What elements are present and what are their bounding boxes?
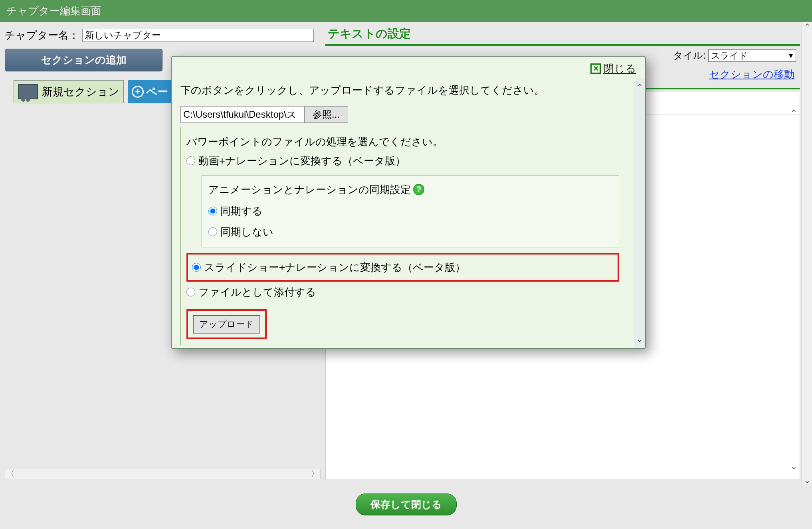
radio-sync-no[interactable]: 同期しない <box>208 221 612 242</box>
text-settings-header: テキストの設定 <box>325 22 800 46</box>
radio-opt1-input[interactable] <box>186 156 195 165</box>
radio-sync-yes[interactable]: 同期する <box>208 201 612 221</box>
scroll-down-icon[interactable]: ⌄ <box>790 461 797 472</box>
close-link[interactable]: 閉じる <box>603 61 636 76</box>
radio-attach-file[interactable]: ファイルとして添付する <box>186 282 619 302</box>
window-title: チャプター編集画面 <box>6 5 101 17</box>
modal-close-row: ✕ 閉じる <box>172 57 645 78</box>
sync-box: アニメーションとナレーションの同期設定 ? 同期する 同期しない <box>202 176 619 248</box>
page-chip-label: ペー <box>146 85 168 99</box>
style-select[interactable]: スライド <box>708 49 796 62</box>
style-label: タイル: <box>673 49 706 62</box>
radio-opt3-label: ファイルとして添付する <box>198 283 316 301</box>
upload-button[interactable]: アップロード <box>193 315 260 334</box>
radio-sync-yes-input[interactable] <box>208 207 217 215</box>
radio-opt1-label: 動画+ナレーションに変換する（ベータ版） <box>198 152 406 170</box>
ppt-option-box: パワーポイントのファイルの処理を選んでください。 動画+ナレーションに変換する（… <box>180 127 625 345</box>
scroll-up-icon[interactable]: ⌃ <box>790 108 797 118</box>
add-section-label: セクションの追加 <box>41 54 127 66</box>
presenter-icon <box>18 84 38 99</box>
add-section-button[interactable]: セクションの追加 <box>5 49 162 71</box>
move-section-link[interactable]: セクションの移動 <box>709 68 794 80</box>
page-scroll-up-icon[interactable]: ⌃ <box>802 22 812 32</box>
title-bar: チャプター編集画面 <box>0 0 812 22</box>
save-and-close-button[interactable]: 保存して閉じる <box>356 493 457 515</box>
modal-content: 下のボタンをクリックし、アップロードするファイルを選択してください。 参照...… <box>172 78 634 348</box>
scroll-right-icon[interactable]: 〉 <box>310 469 320 479</box>
section-item-new[interactable]: 新規セクション <box>14 80 124 103</box>
radio-sync-no-label: 同期しない <box>220 223 273 241</box>
modal-body: 下のボタンをクリックし、アップロードするファイルを選択してください。 参照...… <box>172 78 645 348</box>
browse-button[interactable]: 参照... <box>304 106 348 123</box>
chapter-name-row: チャプター名： <box>5 28 321 42</box>
browse-label: 参照... <box>313 109 340 120</box>
upload-label: アップロード <box>199 319 254 329</box>
help-icon[interactable]: ? <box>413 184 424 195</box>
sync-title: アニメーションとナレーションの同期設定 <box>208 181 411 198</box>
modal-vertical-scrollbar[interactable]: ⌃ ⌄ <box>634 78 645 348</box>
radio-video-narration[interactable]: 動画+ナレーションに変換する（ベータ版） <box>186 150 619 171</box>
modal-scroll-up-icon[interactable]: ⌃ <box>636 82 643 93</box>
modal-scroll-down-icon[interactable]: ⌄ <box>636 334 643 344</box>
highlighted-upload: アップロード <box>186 309 267 339</box>
file-row: 参照... <box>180 106 625 123</box>
close-icon[interactable]: ✕ <box>590 63 601 74</box>
radio-sync-yes-label: 同期する <box>220 202 263 220</box>
page-vertical-scrollbar[interactable]: ⌃ ⌄ <box>802 22 812 486</box>
radio-opt2-label: スライドショー+ナレーションに変換する（ベータ版） <box>204 259 465 276</box>
upload-modal: ✕ 閉じる 下のボタンをクリックし、アップロードするファイルを選択してください。… <box>171 56 646 349</box>
page-scroll-down-icon[interactable]: ⌄ <box>802 475 812 486</box>
editor-vertical-scroll[interactable]: ⌃ ⌄ <box>790 108 797 472</box>
plus-icon: + <box>132 86 144 98</box>
file-path-input[interactable] <box>180 106 304 123</box>
style-select-wrap: スライド <box>708 49 796 62</box>
radio-opt3-input[interactable] <box>186 288 195 296</box>
chapter-name-input[interactable] <box>82 29 314 42</box>
bottom-bar: 保存して閉じる <box>0 486 812 529</box>
sync-title-row: アニメーションとナレーションの同期設定 ? <box>208 181 612 198</box>
radio-sync-no-input[interactable] <box>208 227 217 236</box>
highlighted-option: スライドショー+ナレーションに変換する（ベータ版） <box>186 253 619 282</box>
section-item-label: 新規セクション <box>42 85 119 99</box>
ppt-option-header: パワーポイントのファイルの処理を選んでください。 <box>186 133 619 150</box>
page-chip[interactable]: + ペー <box>128 80 172 103</box>
radio-opt2-input[interactable] <box>192 263 201 272</box>
scroll-left-icon[interactable]: 〈 <box>5 469 16 479</box>
chapter-name-label: チャプター名： <box>5 28 79 42</box>
save-and-close-label: 保存して閉じる <box>370 499 442 510</box>
modal-intro-text: 下のボタンをクリックし、アップロードするファイルを選択してください。 <box>180 81 625 99</box>
radio-slideshow-narration[interactable]: スライドショー+ナレーションに変換する（ベータ版） <box>192 257 614 278</box>
horizontal-scrollbar[interactable]: 〈 〉 <box>5 469 321 479</box>
